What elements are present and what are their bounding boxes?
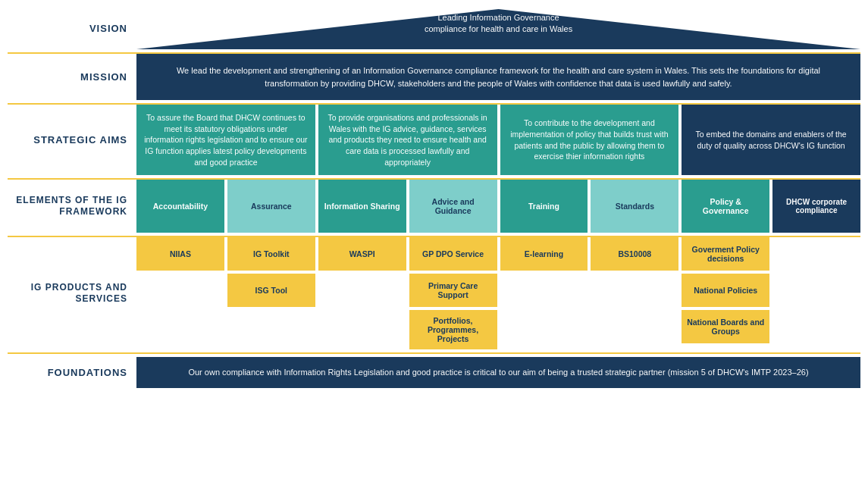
product-col-2: IG Toolkit ISG Tool	[227, 237, 315, 349]
product-col-7: Goverment Policy decisions National Poli…	[682, 237, 769, 349]
product-empty-3a	[318, 274, 406, 307]
product-elearning: E-learning	[500, 237, 588, 271]
product-empty-8c	[772, 310, 860, 343]
page: VISION Leading Information Governance co…	[0, 0, 868, 396]
gold-divider-5	[8, 352, 860, 354]
element-information-sharing: Information Sharing	[318, 180, 406, 233]
element-assurance: Assurance	[227, 180, 315, 233]
element-accountability: Accountability	[136, 180, 224, 233]
product-empty-6b	[591, 310, 678, 343]
strategic-box-4: To embed the domains and enablers of the…	[682, 105, 860, 175]
strategic-aims-label: STRATEGIC AIMS	[8, 105, 136, 175]
vision-content: Leading Information Governance complianc…	[136, 8, 860, 49]
strategic-box-3: To contribute to the development and imp…	[500, 105, 679, 175]
strategic-aims-row: STRATEGIC AIMS To assure the Board that …	[8, 105, 860, 175]
elements-row: ELEMENTS OF THE IG FRAMEWORK Accountabil…	[8, 180, 860, 233]
product-col-5: E-learning	[500, 237, 588, 349]
product-empty-2a	[227, 310, 315, 343]
vision-triangle: Leading Information Governance complianc…	[136, 8, 860, 49]
product-niias: NIIAS	[136, 237, 224, 271]
product-bs10008: BS10008	[591, 237, 678, 271]
product-empty-6a	[591, 274, 678, 307]
products-row: IG PRODUCTS AND SERVICES NIIAS IG Toolki…	[8, 237, 860, 349]
product-empty-5b	[500, 310, 588, 343]
product-national-policies: National Policies	[682, 274, 769, 307]
vision-row: VISION Leading Information Governance co…	[8, 8, 860, 49]
element-advice-guidance: Advice and Guidance	[409, 180, 497, 233]
product-portfolios: Portfolios, Programmes, Projects	[409, 310, 497, 349]
vision-text: Leading Information Governance complianc…	[136, 12, 860, 36]
element-policy-governance: Policy & Governance	[682, 180, 769, 233]
mission-row: MISSION We lead the development and stre…	[8, 54, 860, 100]
product-col-3: WASPI	[318, 237, 406, 349]
product-col-6: BS10008	[591, 237, 678, 349]
product-ig-toolkit: IG Toolkit	[227, 237, 315, 271]
products-content: NIIAS IG Toolkit ISG Tool WASPI GP DPO S…	[136, 237, 860, 349]
product-govt-policy: Goverment Policy decisions	[682, 237, 769, 271]
product-national-boards: National Boards and Groups	[682, 310, 769, 343]
mission-label: MISSION	[8, 54, 136, 100]
product-isg-tool: ISG Tool	[227, 274, 315, 307]
strategic-aims-content: To assure the Board that DHCW continues …	[136, 105, 860, 175]
product-empty-5a	[500, 274, 588, 307]
product-primary-care: Primary Care Support	[409, 274, 497, 307]
strategic-box-2: To provide organisations and professiona…	[318, 105, 497, 175]
product-empty-8b	[772, 274, 860, 307]
product-waspi: WASPI	[318, 237, 406, 271]
strategic-box-1: To assure the Board that DHCW continues …	[136, 105, 315, 175]
mission-content: We lead the development and strengthenin…	[136, 54, 860, 100]
product-empty-8a	[772, 237, 860, 271]
product-col-8	[772, 237, 860, 349]
vision-label: VISION	[8, 8, 136, 49]
element-standards: Standards	[591, 180, 678, 233]
products-label: IG PRODUCTS AND SERVICES	[8, 237, 136, 349]
product-empty-3b	[318, 310, 406, 343]
elements-label: ELEMENTS OF THE IG FRAMEWORK	[8, 180, 136, 233]
product-col-1: NIIAS	[136, 237, 224, 349]
element-training: Training	[500, 180, 588, 233]
foundations-row: FOUNDATIONS Our own compliance with Info…	[8, 357, 860, 388]
foundations-content: Our own compliance with Information Righ…	[136, 357, 860, 388]
product-empty-1b	[136, 310, 224, 343]
elements-content: Accountability Assurance Information Sha…	[136, 180, 860, 233]
element-corporate-compliance: DHCW corporate compliance	[772, 180, 860, 233]
product-gp-dpo: GP DPO Service	[409, 237, 497, 271]
product-col-4: GP DPO Service Primary Care Support Port…	[409, 237, 497, 349]
product-empty-1a	[136, 274, 224, 307]
foundations-label: FOUNDATIONS	[8, 357, 136, 388]
